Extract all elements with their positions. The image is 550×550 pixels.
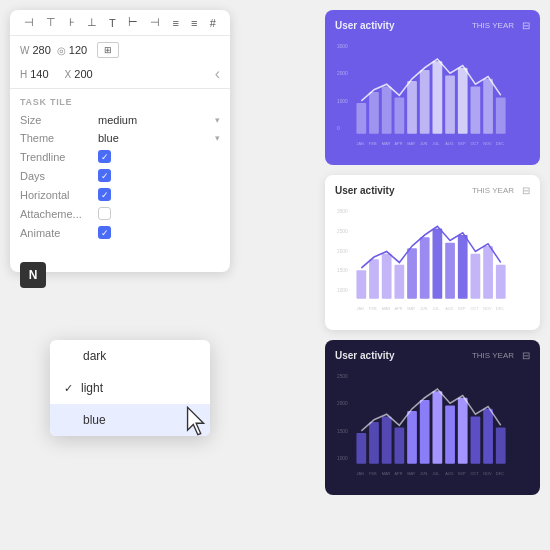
distribute-h-icon[interactable]: ⊣ [150,16,160,29]
trendline-row: Trendline [10,147,230,166]
svg-text:FEB: FEB [369,306,377,311]
svg-text:SEP: SEP [458,141,466,146]
width-group: W 280 [20,44,51,56]
svg-text:0: 0 [337,125,340,131]
align-top-icon[interactable]: ⊥ [87,16,97,29]
svg-text:APR: APR [394,471,402,476]
days-row: Days [10,166,230,185]
chart-purple-menu-icon[interactable]: ⊟ [522,20,530,31]
opacity-value[interactable]: 120 [69,44,87,56]
chart-purple-header: User activity THIS YEAR ⊟ [335,20,530,31]
x-value[interactable]: 200 [74,68,92,80]
opacity-label: ◎ [57,45,66,56]
n-button[interactable]: N [20,262,46,288]
svg-rect-14 [483,79,493,134]
svg-rect-13 [471,87,481,134]
svg-text:APR: APR [394,306,402,311]
svg-text:JUL: JUL [433,141,441,146]
chart-dark-menu-icon[interactable]: ⊟ [522,350,530,361]
size-row: Size medium ▾ [10,111,230,129]
grid-icon[interactable]: ≡ [172,17,178,29]
chart-white-menu-icon[interactable]: ⊟ [522,185,530,196]
svg-rect-68 [445,406,455,464]
toolbar: ⊣ ⊤ ⊦ ⊥ T ⊢ ⊣ ≡ ≡ # [10,10,230,36]
svg-rect-67 [433,391,443,464]
chart-purple-svg: 3000 2000 1000 0 JAN [335,37,530,147]
animate-checkbox[interactable] [98,226,111,239]
svg-rect-69 [458,398,468,464]
svg-rect-9 [420,70,430,134]
attachement-row: Attacheme... [10,204,230,223]
svg-text:FEB: FEB [369,471,377,476]
chart-white-controls: THIS YEAR ⊟ [472,185,530,196]
svg-text:MAY: MAY [407,141,415,146]
svg-text:NOV: NOV [483,471,492,476]
svg-text:2500: 2500 [337,228,348,234]
theme-select[interactable]: blue ▾ [98,132,220,144]
svg-rect-44 [496,265,506,299]
chart-purple-year: THIS YEAR [472,21,514,30]
size-arrow-icon: ▾ [215,115,220,125]
days-checkbox[interactable] [98,169,111,182]
horizontal-checkbox[interactable] [98,188,111,201]
align-right-icon[interactable]: ⊦ [69,16,75,29]
expand-icon[interactable]: ‹ [215,66,220,82]
svg-rect-61 [356,433,366,464]
trendline-label: Trendline [20,151,92,163]
size-select[interactable]: medium ▾ [98,114,220,126]
dropdown-item-light-label: light [81,381,103,395]
svg-text:SEP: SEP [458,306,466,311]
height-group: H 140 X 200 ‹ [20,66,220,82]
charts-area: User activity THIS YEAR ⊟ 3000 2000 1000… [325,10,540,495]
size-value: medium [98,114,137,126]
svg-rect-11 [445,76,455,134]
width-value[interactable]: 280 [32,44,50,56]
svg-text:JUN: JUN [420,141,428,146]
theme-label: Theme [20,132,92,144]
hash-icon[interactable]: # [210,17,216,29]
animate-label: Animate [20,227,92,239]
svg-rect-40 [445,243,455,299]
dropdown-item-dark[interactable]: dark [50,340,210,372]
svg-rect-66 [420,400,430,464]
height-label: H [20,69,27,80]
grid2-icon[interactable]: ≡ [191,17,197,29]
days-label: Days [20,170,92,182]
svg-text:NOV: NOV [483,306,492,311]
text-icon[interactable]: T [109,17,116,29]
dropdown-item-blue[interactable]: blue [50,404,210,436]
svg-text:1500: 1500 [337,428,348,434]
svg-rect-36 [394,265,404,299]
svg-text:SEP: SEP [458,471,466,476]
chart-white: User activity THIS YEAR ⊟ 3500 2500 2000… [325,175,540,330]
svg-text:JUL: JUL [433,471,441,476]
svg-text:APR: APR [394,141,402,146]
height-value[interactable]: 140 [30,68,48,80]
align-bottom-icon[interactable]: ⊢ [128,16,138,29]
align-center-v-icon[interactable]: ⊤ [46,16,56,29]
dropdown-item-dark-label: dark [83,349,106,363]
svg-rect-7 [394,98,404,134]
chart-dark-year: THIS YEAR [472,351,514,360]
attachement-checkbox[interactable] [98,207,111,220]
chart-purple-controls: THIS YEAR ⊟ [472,20,530,31]
align-left-icon[interactable]: ⊣ [24,16,34,29]
trendline-checkbox[interactable] [98,150,111,163]
svg-text:2000: 2000 [337,247,348,253]
x-label: X [65,69,72,80]
svg-rect-10 [433,61,443,134]
svg-text:OCT: OCT [471,306,480,311]
svg-text:JAN: JAN [356,141,363,146]
height-field: H 140 [20,68,49,80]
svg-rect-70 [471,417,481,464]
svg-rect-5 [369,92,379,134]
svg-text:JUN: JUN [420,471,428,476]
chart-purple: User activity THIS YEAR ⊟ 3000 2000 1000… [325,10,540,165]
theme-dropdown: dark light blue [50,340,210,436]
svg-rect-15 [496,98,506,134]
dropdown-item-light[interactable]: light [50,372,210,404]
svg-rect-12 [458,68,468,134]
svg-rect-41 [458,235,468,299]
svg-text:NOV: NOV [483,141,492,146]
grid-toggle[interactable]: ⊞ [97,42,119,58]
